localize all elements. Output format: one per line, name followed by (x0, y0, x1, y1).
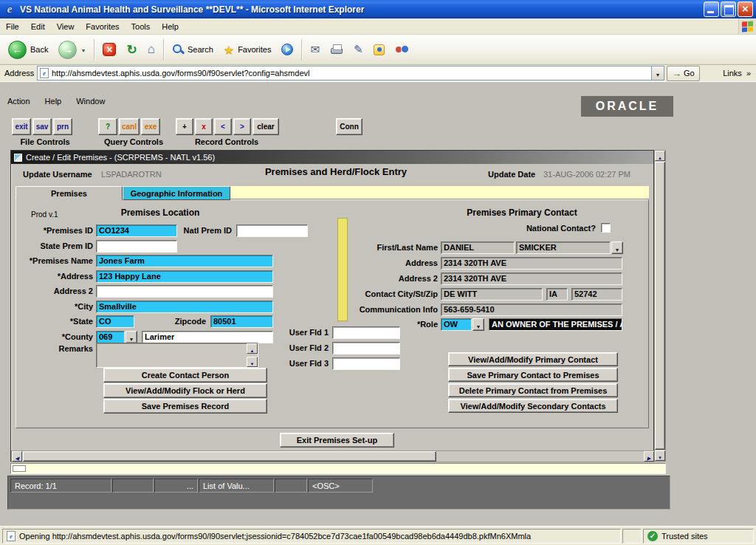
last-name-field[interactable]: SMICKER (516, 241, 611, 254)
national-contact-checkbox[interactable] (601, 223, 611, 233)
role-code-field[interactable]: OW (441, 318, 472, 331)
scroll-left-button[interactable] (12, 451, 22, 462)
city-field[interactable]: Smallville (96, 301, 273, 313)
execute-query-button[interactable]: exe (141, 118, 160, 135)
refresh-button[interactable] (122, 40, 141, 60)
back-button[interactable]: Back (4, 38, 52, 61)
state-prem-id-field[interactable] (96, 240, 177, 253)
discuss-button[interactable] (391, 42, 412, 57)
conn-button[interactable]: Conn (336, 118, 362, 135)
exit-button[interactable]: exit (12, 118, 31, 135)
address-input[interactable]: http://ahsmdevtest.aphis.usda.gov/forms9… (37, 66, 664, 80)
go-button[interactable]: Go (667, 66, 700, 81)
links-label[interactable]: Links (723, 69, 742, 78)
mail-button[interactable] (306, 41, 324, 58)
contact-state-field[interactable]: IA (546, 288, 568, 301)
first-name-field[interactable]: DANIEL (441, 241, 515, 254)
insert-record-button[interactable]: + (176, 118, 193, 135)
vertical-scrollbar[interactable] (654, 150, 666, 462)
oracle-menubar: Action Help Window (7, 97, 105, 106)
oracle-menu-action[interactable]: Action (7, 97, 30, 106)
state-prem-id-label: State Prem ID (18, 241, 93, 250)
scroll-down-button[interactable] (247, 357, 258, 367)
delete-primary-contact-button[interactable]: Delete Primary Contact from Premises (448, 383, 618, 397)
browser-window: VS National Animal Health and Surveillan… (0, 0, 756, 545)
clear-record-button[interactable]: clear (252, 118, 279, 135)
favorites-button[interactable]: Favorites (219, 41, 276, 59)
exit-premises-setup-button[interactable]: Exit Premises Set-up (280, 433, 394, 448)
minimize-button[interactable] (704, 1, 719, 17)
home-button[interactable] (143, 40, 159, 59)
oracle-menu-window[interactable]: Window (76, 97, 105, 106)
print-form-button[interactable]: prn (53, 118, 72, 135)
save-primary-contact-button[interactable]: Save Primary Contact to Premises (448, 368, 618, 382)
contact-name-dropdown-button[interactable] (611, 241, 623, 254)
edit-button[interactable] (349, 41, 368, 58)
search-button[interactable]: Search (168, 41, 218, 58)
address2-field[interactable] (96, 285, 273, 298)
tab-premises[interactable]: Premises (16, 186, 123, 200)
contact-city-field[interactable]: DE WITT (441, 288, 543, 301)
contact-address2-field[interactable]: 2314 320TH AVE (441, 272, 622, 285)
user-fld-3-label: User Fld 3 (278, 359, 329, 368)
view-add-modify-flock-button[interactable]: View/Add/Modify Flock or Herd (103, 383, 267, 398)
enter-query-button[interactable]: ? (98, 118, 117, 135)
create-contact-person-button[interactable]: Create Contact Person (103, 368, 267, 383)
natl-prem-id-field[interactable] (236, 224, 308, 237)
horizontal-scrollbar[interactable] (11, 450, 655, 462)
delete-record-button[interactable]: x (195, 118, 213, 135)
oracle-menu-help[interactable]: Help (45, 97, 62, 106)
view-add-modify-secondary-contacts-button[interactable]: View/Add/Modify Secondary Contacts (448, 399, 618, 413)
county-dropdown-button[interactable] (126, 331, 137, 343)
state-field[interactable]: CO (96, 315, 134, 328)
tab-geographic-information[interactable]: Geographic Information (123, 186, 230, 200)
address-field[interactable]: 123 Happy Lane (96, 270, 273, 283)
scroll-up-button[interactable] (247, 343, 258, 354)
zipcode-field[interactable]: 80501 (210, 315, 273, 328)
messenger-button[interactable] (369, 42, 389, 58)
premises-name-field[interactable]: Jones Farm (96, 255, 273, 267)
scroll-up-button[interactable] (655, 151, 665, 161)
horizontal-scroll-thumb[interactable] (23, 451, 436, 462)
scroll-right-button[interactable] (644, 451, 654, 462)
role-description-field[interactable]: AN OWNER OF THE PREMISES / AI (489, 318, 622, 331)
menu-file[interactable]: File (0, 20, 25, 33)
remarks-textarea[interactable] (96, 343, 258, 368)
forward-button[interactable] (54, 38, 90, 61)
save-premises-record-button[interactable]: Save Premises Record (103, 399, 267, 414)
save-button[interactable]: sav (32, 118, 52, 135)
links-chevron-icon[interactable]: » (746, 69, 751, 78)
back-icon (8, 41, 27, 59)
previous-record-button[interactable]: < (214, 118, 232, 135)
premises-id-field[interactable]: CO1234 (96, 224, 177, 237)
menu-help[interactable]: Help (156, 20, 185, 33)
remarks-scrollbar[interactable] (247, 343, 258, 367)
menu-edit[interactable]: Edit (25, 20, 51, 33)
contact-zip-field[interactable]: 52742 (571, 288, 622, 301)
role-dropdown-button[interactable] (472, 318, 484, 331)
menu-favorites[interactable]: Favorites (80, 20, 125, 33)
address-dropdown-button[interactable] (651, 66, 664, 80)
security-zone-panel: Trusted sites (643, 529, 754, 544)
county-code-field[interactable]: 069 (96, 331, 125, 343)
view-add-modify-primary-contact-button[interactable]: View/Add/Modify Primary Contact (448, 352, 618, 366)
maximize-button[interactable] (721, 1, 736, 17)
next-record-button[interactable]: > (233, 118, 251, 135)
scroll-down-button[interactable] (655, 450, 665, 461)
contact-address-field[interactable]: 2314 320TH AVE (441, 257, 622, 270)
user-fld-3-field[interactable] (332, 357, 400, 370)
menu-tools[interactable]: Tools (126, 20, 157, 33)
page-icon (7, 531, 16, 541)
print-button[interactable] (326, 42, 348, 57)
cancel-query-button[interactable]: canl (119, 118, 140, 135)
search-label: Search (188, 45, 213, 54)
go-label: Go (684, 69, 695, 78)
close-button[interactable] (738, 1, 753, 17)
communication-info-field[interactable]: 563-659-5410 (441, 304, 622, 316)
stop-button[interactable] (98, 41, 120, 58)
toolbar-separator (163, 39, 164, 61)
media-button[interactable] (277, 41, 298, 58)
vertical-scroll-thumb[interactable] (655, 162, 665, 450)
user-fld-2-field[interactable] (332, 342, 400, 354)
menu-view[interactable]: View (51, 20, 80, 33)
